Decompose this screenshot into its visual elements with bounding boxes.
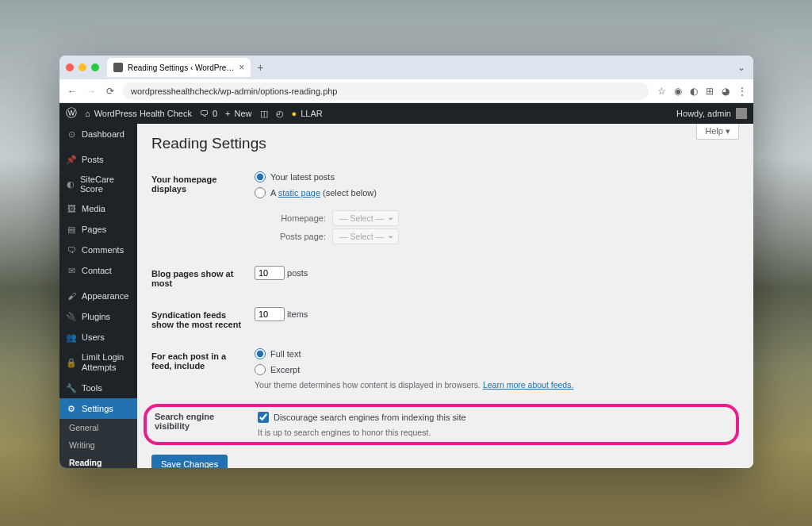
new-tab-button[interactable]: + [257, 61, 263, 74]
sidebar-item-comments[interactable]: 🗨Comments [59, 240, 137, 260]
feed-content-desc: Your theme determines how content is dis… [255, 380, 739, 390]
dot-icon: ● [292, 109, 297, 118]
sidebar-item-settings[interactable]: ⚙Settings [59, 398, 137, 419]
feed-content-label: For each post in a feed, include [151, 340, 255, 401]
admin-body: ⊙Dashboard 📌Posts ◐SiteCare Score 🖾Media… [59, 124, 753, 468]
posts-page-select-label: Posts page: [270, 232, 326, 241]
search-visibility-highlight: Search engine visibility Discourage sear… [144, 404, 739, 445]
tab-bar: Reading Settings ‹ WordPre… × + ⌄ [59, 56, 753, 79]
syndication-suffix: items [287, 309, 308, 319]
extension-icon-2[interactable]: ◐ [690, 86, 698, 97]
submenu-general[interactable]: General [59, 419, 137, 436]
pin-icon: 📌 [66, 154, 77, 165]
forward-button[interactable]: → [85, 86, 98, 97]
blog-pages-suffix: posts [287, 268, 308, 278]
homepage-select-label: Homepage: [270, 213, 326, 223]
sidebar-item-dashboard[interactable]: ⊙Dashboard [59, 124, 137, 144]
content-area: Help ▾ Reading Settings Your homepage di… [137, 124, 753, 468]
url-field[interactable]: wordpresshealthcheck/wp-admin/options-re… [123, 83, 649, 100]
radio-static-page[interactable] [255, 187, 266, 198]
chrome-menu-icon[interactable]: ⋮ [737, 86, 747, 97]
new-content-link[interactable]: + New [225, 109, 251, 118]
dashboard-icon: ⊙ [66, 129, 77, 140]
wordpress-logo-icon[interactable]: ⓦ [66, 106, 77, 121]
sidebar-item-appearance[interactable]: 🖌Appearance [59, 286, 137, 306]
user-avatar [736, 108, 747, 119]
sidebar-item-sitecare[interactable]: ◐SiteCare Score [59, 170, 137, 198]
learn-more-feeds-link[interactable]: Learn more about feeds. [483, 380, 573, 390]
sidebar-item-limit-login[interactable]: 🔒Limit Login Attempts [59, 347, 137, 378]
users-icon: 👥 [66, 332, 77, 343]
wrench-icon: 🔧 [66, 382, 77, 394]
comment-icon: 🗨 [66, 244, 77, 255]
profile-avatar[interactable]: ◕ [722, 86, 730, 97]
plugin-icon-2[interactable]: ◴ [276, 109, 284, 119]
tab-list-button[interactable]: ⌄ [737, 62, 745, 73]
save-changes-button[interactable]: Save Changes [151, 455, 228, 468]
wordpress-admin: ⓦ ⌂ WordPress Health Check 🗨 0 + New ◫ ◴… [59, 103, 753, 468]
plus-icon: + [225, 109, 230, 118]
minimize-window-button[interactable] [79, 63, 86, 71]
window-controls [66, 63, 99, 71]
mail-icon: ✉ [66, 265, 77, 276]
media-icon: 🖾 [66, 203, 77, 214]
radio-full-text-label: Full text [270, 349, 301, 359]
sidebar-item-media[interactable]: 🖾Media [59, 198, 137, 219]
sliders-icon: ⚙ [66, 403, 77, 414]
radio-static-page-label: A static page (select below) [270, 188, 377, 198]
lock-icon: 🔒 [66, 357, 77, 368]
checkbox-discourage-search-label: Discourage search engines from indexing … [274, 413, 466, 422]
sidebar-item-plugins[interactable]: 🔌Plugins [59, 306, 137, 327]
admin-sidebar: ⊙Dashboard 📌Posts ◐SiteCare Score 🖾Media… [59, 124, 137, 468]
extension-icons: ◉ ◐ ⊞ ◕ ⋮ [674, 86, 747, 97]
posts-page-select[interactable]: — Select — [332, 228, 399, 244]
admin-toolbar: ⓦ ⌂ WordPress Health Check 🗨 0 + New ◫ ◴… [59, 103, 753, 124]
page-icon: ▤ [66, 224, 77, 235]
sidebar-item-posts[interactable]: 📌Posts [59, 149, 137, 170]
settings-submenu: General Writing Reading Discussion Media… [59, 419, 137, 468]
syndication-label: Syndication feeds show the most recent [151, 299, 255, 340]
reload-button[interactable]: ⟳ [104, 86, 117, 97]
syndication-input[interactable] [255, 307, 285, 321]
help-tab[interactable]: Help ▾ [696, 124, 739, 140]
maximize-window-button[interactable] [91, 63, 99, 71]
radio-latest-posts-label: Your latest posts [270, 172, 335, 182]
extensions-puzzle-icon[interactable]: ⊞ [706, 86, 714, 97]
llar-link[interactable]: ● LLAR [292, 109, 323, 118]
submenu-writing[interactable]: Writing [59, 436, 137, 454]
home-icon: ⌂ [85, 109, 90, 118]
search-visibility-desc: It is up to search engines to honor this… [258, 428, 728, 437]
radio-latest-posts[interactable] [255, 171, 266, 182]
sidebar-item-tools[interactable]: 🔧Tools [59, 378, 137, 398]
blog-pages-input[interactable] [255, 266, 285, 280]
homepage-select[interactable]: — Select — [332, 210, 399, 226]
plugin-icon-1[interactable]: ◫ [260, 109, 268, 119]
checkbox-discourage-search[interactable] [258, 412, 269, 423]
close-window-button[interactable] [66, 63, 74, 71]
close-tab-button[interactable]: × [239, 62, 244, 73]
radio-excerpt-label: Excerpt [270, 365, 300, 374]
bookmark-star-icon[interactable]: ☆ [655, 86, 668, 97]
submenu-reading[interactable]: Reading [59, 454, 137, 468]
radio-full-text[interactable] [255, 348, 266, 359]
back-button[interactable]: ← [66, 86, 79, 97]
sidebar-item-contact[interactable]: ✉Contact [59, 260, 137, 281]
brush-icon: 🖌 [66, 290, 77, 301]
extension-icon-1[interactable]: ◉ [674, 86, 682, 97]
gauge-icon: ◐ [66, 179, 75, 190]
browser-window: Reading Settings ‹ WordPre… × + ⌄ ← → ⟳ … [59, 56, 753, 468]
radio-excerpt[interactable] [255, 364, 266, 375]
address-bar: ← → ⟳ wordpresshealthcheck/wp-admin/opti… [59, 79, 753, 103]
account-menu[interactable]: Howdy, admin [676, 108, 747, 119]
static-page-link[interactable]: static page [278, 188, 320, 198]
settings-form: Your homepage displays Your latest posts… [151, 163, 739, 401]
sidebar-item-users[interactable]: 👥Users [59, 327, 137, 347]
sidebar-item-pages[interactable]: ▤Pages [59, 219, 137, 240]
comments-link[interactable]: 🗨 0 [200, 109, 217, 118]
wordpress-favicon [113, 63, 123, 72]
site-name-link[interactable]: ⌂ WordPress Health Check [85, 109, 192, 118]
url-text: wordpresshealthcheck/wp-admin/options-re… [131, 86, 337, 96]
browser-tab[interactable]: Reading Settings ‹ WordPre… × [107, 58, 251, 77]
search-visibility-label: Search engine visibility [155, 412, 258, 437]
blog-pages-label: Blog pages show at most [151, 258, 255, 299]
